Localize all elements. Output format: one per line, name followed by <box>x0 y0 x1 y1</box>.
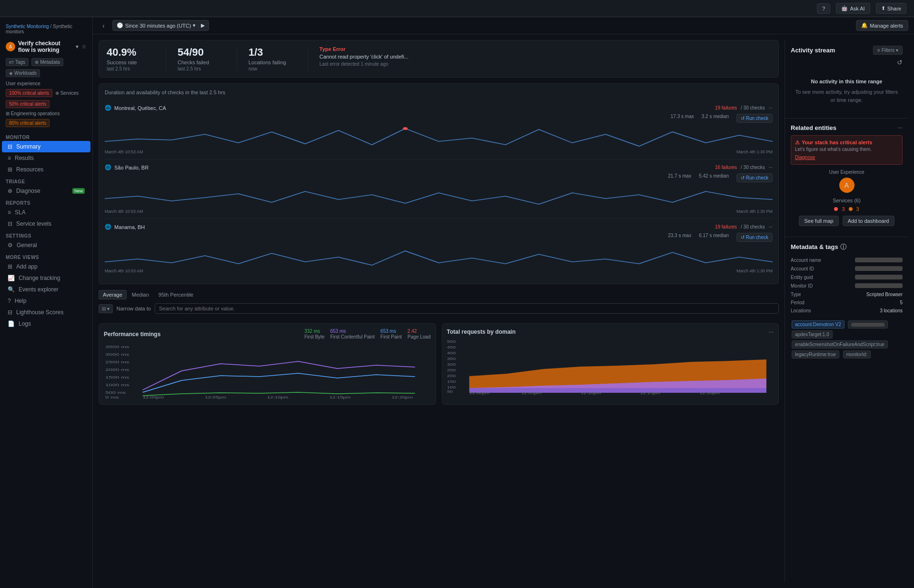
sidebar-item-change-tracking[interactable]: 📈 Change tracking <box>2 272 90 284</box>
filter-icon-button[interactable]: ⊟ ▾ <box>99 304 113 313</box>
sidebar-item-resources[interactable]: ⊞ Resources <box>2 164 90 175</box>
breadcrumb: Synthetic Monitoring / Synthetic monitor… <box>0 21 92 37</box>
manama-failures: 19 failures <box>715 224 737 229</box>
sidebar-item-logs[interactable]: 📄 Logs <box>2 318 90 329</box>
svg-text:500: 500 <box>447 340 456 344</box>
svg-text:12:15pm: 12:15pm <box>640 391 660 395</box>
red-count: 3 <box>842 206 844 212</box>
domain-chart-more[interactable]: ··· <box>769 329 774 335</box>
time-selector[interactable]: 🕐 Since 30 minutes ago (UTC) ▾ | ▶ <box>112 20 209 31</box>
sidebar-item-results[interactable]: ≡ Results <box>2 152 90 164</box>
metadata-section: Metadata & tags ⓘ Account name Account I… <box>785 237 908 365</box>
narrow-data-row: ⊟ ▾ Narrow data to <box>99 303 779 314</box>
sidebar-item-diagnose[interactable]: ⊕ Diagnose New <box>2 185 90 197</box>
saopaulo-more-icon[interactable]: ··· <box>769 165 773 170</box>
workloads-button[interactable]: ◈ Workloads <box>6 69 40 77</box>
svg-text:3000 ms: 3000 ms <box>105 352 129 357</box>
related-entities-more[interactable]: ··· <box>898 124 903 131</box>
toolbar-collapse-icon[interactable]: ‹ <box>99 22 109 30</box>
sidebar-item-summary[interactable]: ⊟ Summary <box>2 141 90 152</box>
montreal-more-icon[interactable]: ··· <box>769 105 773 110</box>
saopaulo-time-start: March 4th 10:53 AM <box>105 209 143 214</box>
manage-alerts-button[interactable]: 🔔 Manage alerts <box>856 20 908 31</box>
user-experience-icon: A <box>839 178 854 193</box>
tag-demotron[interactable]: account:Demotron V2 <box>792 320 844 329</box>
sidebar-item-help[interactable]: ? Help <box>2 295 90 307</box>
svg-text:12:10pm: 12:10pm <box>267 395 288 399</box>
share-button[interactable]: ⬆ Share <box>876 3 906 14</box>
critical-alert-title: ⚠ Your stack has critical alerts <box>795 140 898 146</box>
account-name-val <box>855 258 903 263</box>
success-rate-sub: last 2.5 hrs <box>107 66 154 71</box>
filters-button[interactable]: ≡ Filters ▾ <box>873 46 903 55</box>
sidebar-label-lighthouse: Lighthouse Scores <box>16 309 63 316</box>
diagnose-icon: ⊕ <box>8 188 12 194</box>
sidebar-item-lighthouse[interactable]: ⊟ Lighthouse Scores <box>2 307 90 318</box>
tag-legacy[interactable]: legacyRuntime:true <box>792 350 839 359</box>
sidebar-item-service-levels[interactable]: ⊟ Service levels <box>2 218 90 229</box>
locations-key: Locations <box>791 308 811 313</box>
engineering-ops-alert[interactable]: 80% critical alerts <box>6 119 50 127</box>
svg-text:12:05pm: 12:05pm <box>205 395 226 399</box>
services-icon: ⊕ Services <box>55 90 79 96</box>
toolbar: ‹ 🕐 Since 30 minutes ago (UTC) ▾ | ▶ 🔔 M… <box>93 17 914 34</box>
tag-screenshot[interactable]: enableScreenshotOnFailureAndScript:true <box>792 340 888 349</box>
success-rate-value: 40.9% <box>107 46 154 59</box>
sidebar-item-add-app[interactable]: ⊞ Add app <box>2 261 90 272</box>
see-full-map-button[interactable]: See full map <box>799 216 838 226</box>
manama-total: / 30 checks <box>741 224 765 229</box>
diagnose-link[interactable]: Diagnose <box>795 155 815 160</box>
metadata-help-icon[interactable]: ⓘ <box>840 243 846 251</box>
orange-count: 3 <box>856 206 859 212</box>
check-location-sao-paulo: 🌐 São Paulo, BR <box>105 164 149 170</box>
run-check-manama[interactable]: ↺ Run check <box>736 233 773 242</box>
refresh-icon[interactable]: ↺ <box>791 59 903 66</box>
sidebar-item-events-explorer[interactable]: 🔍 Events explorer <box>2 284 90 295</box>
help-button[interactable]: ? <box>817 3 830 14</box>
saopaulo-max: 21.7 s max <box>668 173 691 182</box>
star-icon[interactable]: ☆ <box>81 43 87 50</box>
tab-median[interactable]: Median <box>128 290 153 299</box>
checks-failed-sub: last 2.5 hrs <box>178 66 225 71</box>
services-alert[interactable]: 50% critical alerts <box>6 100 50 108</box>
sidebar-label-change-tracking: Change tracking <box>19 275 60 281</box>
saopaulo-failures: 16 failures <box>715 165 737 170</box>
tab-95th[interactable]: 95th Percentile <box>154 290 198 299</box>
run-check-saopaulo[interactable]: ↺ Run check <box>736 173 773 182</box>
manama-more-icon[interactable]: ··· <box>769 224 773 229</box>
sidebar-item-general[interactable]: ⚙ General <box>2 239 90 251</box>
logs-icon: 📄 <box>8 320 15 327</box>
ask-ai-button[interactable]: 🤖 Ask AI <box>836 3 870 14</box>
svg-text:50: 50 <box>447 390 453 394</box>
montreal-failures: 19 failures <box>715 105 737 110</box>
sidebar-label-add-app: Add app <box>16 263 38 270</box>
tag-monitor-id[interactable]: monitorId: <box>843 350 871 359</box>
user-experience-alert[interactable]: 100% critical alerts <box>6 89 52 97</box>
tags-chips: account:Demotron V2 apdexTarget:1.0 enab… <box>791 319 903 359</box>
sidebar-item-sla[interactable]: ≡ SLA <box>2 207 90 218</box>
narrow-data-input[interactable] <box>155 303 779 314</box>
stat-success-rate: 40.9% Success rate last 2.5 hrs <box>107 46 154 71</box>
run-check-montreal[interactable]: ↺ Run check <box>736 114 773 123</box>
perf-chart-area: 3500 ms 3000 ms 2500 ms 2000 ms 1500 ms … <box>104 342 431 399</box>
success-rate-label: Success rate <box>107 60 154 65</box>
tab-average[interactable]: Average <box>99 290 127 299</box>
locations-val: 3 locations <box>880 308 903 313</box>
manama-max: 23.3 s max <box>668 233 691 242</box>
stats-row: 40.9% Success rate last 2.5 hrs 54/90 Ch… <box>99 40 779 78</box>
no-activity-sub: To see more activity, try adjusting your… <box>795 88 899 105</box>
dropdown-icon[interactable]: ▾ <box>76 43 79 50</box>
no-activity: No activity in this time range To see mo… <box>791 70 903 112</box>
add-to-dashboard-button[interactable]: Add to dashboard <box>843 216 894 226</box>
tag-apdex[interactable]: apdexTarget:1.0 <box>792 330 833 339</box>
sidebar-section-monitor: MONITOR <box>0 131 92 141</box>
monitor-title: Verify checkout flow is working <box>18 40 73 53</box>
breadcrumb-parent[interactable]: Synthetic Monitoring <box>6 24 49 29</box>
stat-locations-failing: 1/3 Locations failing now <box>248 46 296 71</box>
metadata-button[interactable]: ⊕ Metadata <box>31 58 63 66</box>
check-location-manama: 🌐 Manama, BH <box>105 224 145 230</box>
tags-button[interactable]: 🏷 Tags <box>6 58 29 66</box>
resources-icon: ⊞ <box>8 166 12 173</box>
tag-blurred[interactable] <box>848 320 888 329</box>
sidebar-section-reports: REPORTS <box>0 197 92 207</box>
